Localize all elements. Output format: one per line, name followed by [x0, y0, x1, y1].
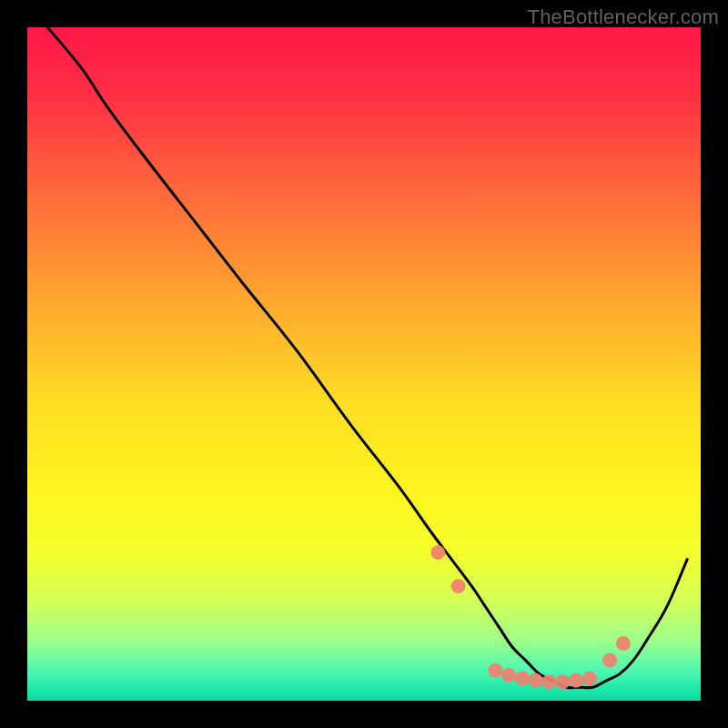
marker-dot	[430, 545, 445, 560]
marker-dot	[488, 663, 502, 678]
marker-dot	[555, 674, 570, 689]
marker-dot	[602, 653, 617, 668]
gradient-background	[27, 27, 701, 701]
marker-dot	[616, 636, 631, 651]
marker-dot	[501, 668, 516, 682]
marker-dot	[582, 672, 597, 686]
marker-dot	[569, 673, 583, 688]
plot-area	[27, 27, 701, 701]
marker-dot	[542, 674, 557, 689]
marker-dot	[451, 579, 466, 593]
chart-svg	[27, 27, 701, 701]
marker-dot	[515, 672, 530, 686]
screenshot-root: TheBottlenecker.com	[0, 0, 728, 728]
watermark-label: TheBottlenecker.com	[528, 5, 719, 29]
marker-dot	[529, 673, 543, 688]
